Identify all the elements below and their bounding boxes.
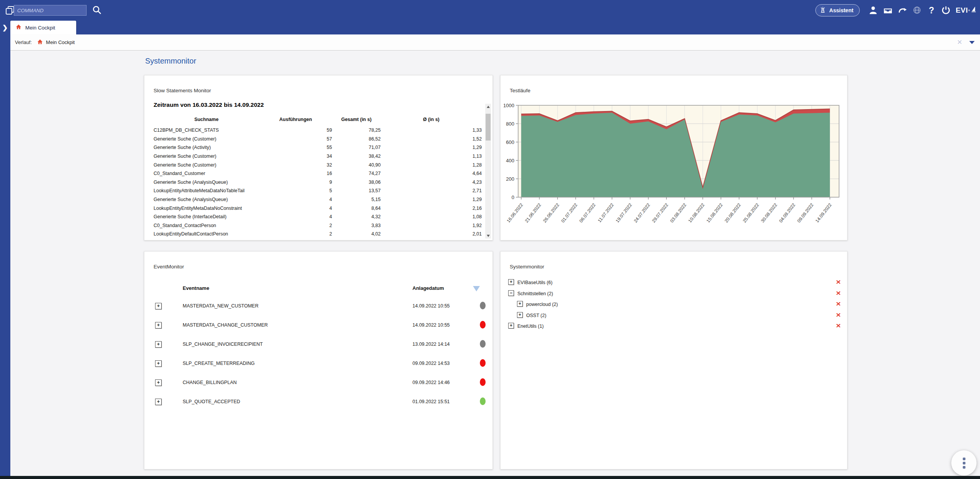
delete-x-icon[interactable]: ✕ xyxy=(836,279,841,286)
tab-strip: Mein Cockpit xyxy=(10,21,980,34)
table-row[interactable]: LookupEntityDefaultContactPerson24,022,0… xyxy=(154,230,482,239)
history-item-mein-cockpit[interactable]: Mein Cockpit xyxy=(37,39,75,46)
svg-text:03.08.2022: 03.08.2022 xyxy=(669,202,687,224)
assistent-button[interactable]: Assistent xyxy=(815,4,860,16)
value-cell: 8,64 xyxy=(332,206,381,211)
systemmonitor-tree: +EVIBaseUtils (6)✕−Schnittstellen (2)✕+p… xyxy=(501,277,847,332)
table-row[interactable]: Generierte Suche (AnalysisQueue)45,151,2… xyxy=(154,195,482,204)
scroll-up-icon[interactable] xyxy=(485,104,491,110)
event-date: 09.09.2022 14:46 xyxy=(412,380,450,385)
power-icon[interactable] xyxy=(939,3,953,18)
help-icon[interactable]: ? xyxy=(924,3,939,18)
event-name: SLP_CHANGE_INVOICERECIPIENT xyxy=(183,342,263,347)
tab-mein-cockpit[interactable]: Mein Cockpit xyxy=(10,21,76,34)
slow-statements-title: Slow Statements Monitor xyxy=(154,88,211,93)
table-row[interactable]: Generierte Suche (Activity)5571,071,29 xyxy=(154,143,482,152)
tree-item-label[interactable]: EnetUtils (1) xyxy=(517,324,544,329)
value-cell: 1,13 xyxy=(381,154,482,159)
redo-icon[interactable] xyxy=(895,3,910,18)
svg-text:11.07.2022: 11.07.2022 xyxy=(597,202,615,224)
tree-item-label[interactable]: EVIBaseUtils (6) xyxy=(517,280,553,285)
table-row[interactable]: C0_Standard_ContactPerson23,831,92 xyxy=(154,221,482,230)
value-cell: 5 xyxy=(259,188,332,193)
expand-plus-icon[interactable]: + xyxy=(508,279,514,285)
svg-text:14.09.2022: 14.09.2022 xyxy=(814,202,833,224)
event-row[interactable]: +SLP_CREATE_METERREADING09.09.2022 14:53 xyxy=(144,354,492,373)
tree-row[interactable]: +powercloud (2)✕ xyxy=(501,299,847,310)
expand-plus-icon[interactable]: + xyxy=(508,323,514,329)
value-cell: 4 xyxy=(259,206,332,211)
value-cell: 4,02 xyxy=(332,231,381,237)
history-close-icon[interactable]: ✕ xyxy=(957,38,962,46)
table-row[interactable]: Generierte Suche (Customer)3438,421,13 xyxy=(154,152,482,161)
svg-text:06.07.2022: 06.07.2022 xyxy=(578,202,597,224)
svg-text:09.09.2022: 09.09.2022 xyxy=(796,202,815,224)
inbox-icon[interactable] xyxy=(880,3,895,18)
tree-item-label[interactable]: OSST (2) xyxy=(526,313,546,318)
table-row[interactable]: Generierte Suche (Customer)5786,521,52 xyxy=(154,135,482,144)
svg-text:15.08.2022: 15.08.2022 xyxy=(705,202,724,224)
tree-row[interactable]: −Schnittstellen (2)✕ xyxy=(501,288,847,299)
expand-plus-icon[interactable]: + xyxy=(155,303,162,309)
tree-row[interactable]: +EnetUtils (1)✕ xyxy=(501,320,847,332)
tree-row[interactable]: +OSST (2)✕ xyxy=(501,310,847,321)
slow-statements-header: Suchname Ausführungen Gesamt (in s) Ø (i… xyxy=(154,117,482,122)
sort-descending-icon[interactable] xyxy=(473,286,480,291)
event-row[interactable]: +SLP_QUOTE_ACCEPTED01.09.2022 15:51 xyxy=(144,392,492,412)
delete-x-icon[interactable]: ✕ xyxy=(836,290,841,297)
event-date: 14.09.2022 10:55 xyxy=(412,322,450,328)
delete-x-icon[interactable]: ✕ xyxy=(836,312,841,319)
expand-plus-icon[interactable]: + xyxy=(155,360,162,367)
expand-plus-icon[interactable]: + xyxy=(517,312,523,318)
event-row[interactable]: +MASTERDATA_NEW_CUSTOMER14.09.2022 10:55 xyxy=(144,297,492,316)
event-date: 01.09.2022 15:51 xyxy=(412,399,450,404)
tree-item-label[interactable]: Schnittstellen (2) xyxy=(517,291,553,296)
search-icon[interactable] xyxy=(91,5,103,16)
table-row[interactable]: C12BPM_DB_CHECK_STATS5978,251,33 xyxy=(154,126,482,135)
col-durchschnitt: Ø (in s) xyxy=(381,117,482,122)
delete-x-icon[interactable]: ✕ xyxy=(836,322,841,329)
event-row[interactable]: +SLP_CHANGE_INVOICERECIPIENT13.09.2022 1… xyxy=(144,335,492,354)
table-row[interactable]: C0_Standard_Customer1674,274,64 xyxy=(154,169,482,178)
table-row[interactable]: Generierte Suche (Customer)3240,901,28 xyxy=(154,160,482,169)
expand-sidebar-chevron-icon[interactable]: ❯ xyxy=(2,24,8,32)
scrollbar-thumb[interactable] xyxy=(486,114,491,141)
value-cell: 4,32 xyxy=(332,214,381,219)
history-row: Verlauf: Mein Cockpit ✕ xyxy=(10,34,980,51)
table-row[interactable]: Generierte Suche (AnalysisQueue)938,064,… xyxy=(154,178,482,187)
tree-item-label[interactable]: powercloud (2) xyxy=(526,302,558,307)
suchname-cell: LookupEntityAttributeMetaDataNoTableTail xyxy=(154,188,259,193)
table-row[interactable]: LookupEntityAttributeMetaDataNoTableTail… xyxy=(154,186,482,195)
expand-plus-icon[interactable]: + xyxy=(155,322,162,329)
value-cell: 4 xyxy=(259,214,332,219)
expand-plus-icon[interactable]: + xyxy=(517,301,523,307)
value-cell: 86,52 xyxy=(332,136,381,142)
expand-plus-icon[interactable]: + xyxy=(155,379,162,386)
col-eventname: Eventname xyxy=(183,285,209,291)
table-row[interactable]: LookupEntityEntityMetaDataNoConstraint48… xyxy=(154,204,482,213)
expand-plus-icon[interactable]: + xyxy=(155,341,162,348)
home-icon xyxy=(16,24,21,31)
event-row[interactable]: +MASTERDATA_CHANGE_CUSTOMER14.09.2022 10… xyxy=(144,316,492,335)
status-circle-gray xyxy=(480,302,486,309)
event-row[interactable]: +CHANGE_BILLINGPLAN09.09.2022 14:46 xyxy=(144,373,492,392)
event-monitor-title: EventMonitor xyxy=(154,264,184,270)
table-row[interactable]: Generierte Suche (InterfaceDetail)44,321… xyxy=(154,213,482,221)
more-actions-button[interactable] xyxy=(951,450,977,476)
user-icon[interactable] xyxy=(866,3,880,18)
svg-text:01.07.2022: 01.07.2022 xyxy=(560,202,579,224)
tree-row[interactable]: +EVIBaseUtils (6)✕ xyxy=(501,277,847,288)
collapse-minus-icon[interactable]: − xyxy=(508,290,514,296)
expand-plus-icon[interactable]: + xyxy=(155,399,162,405)
history-dropdown-icon[interactable] xyxy=(969,41,975,44)
scrollbar[interactable] xyxy=(485,104,491,239)
delete-x-icon[interactable]: ✕ xyxy=(836,301,841,307)
globe-icon[interactable] xyxy=(910,3,924,18)
scroll-down-icon[interactable] xyxy=(485,233,491,239)
value-cell: 4 xyxy=(259,197,332,202)
svg-text:21.06.2022: 21.06.2022 xyxy=(524,202,542,224)
svg-text:400: 400 xyxy=(506,158,514,163)
col-anlagedatum[interactable]: Anlagedatum xyxy=(412,285,444,291)
suchname-cell: LookupEntityDefaultContactPerson xyxy=(154,231,259,237)
command-input[interactable] xyxy=(14,5,87,16)
